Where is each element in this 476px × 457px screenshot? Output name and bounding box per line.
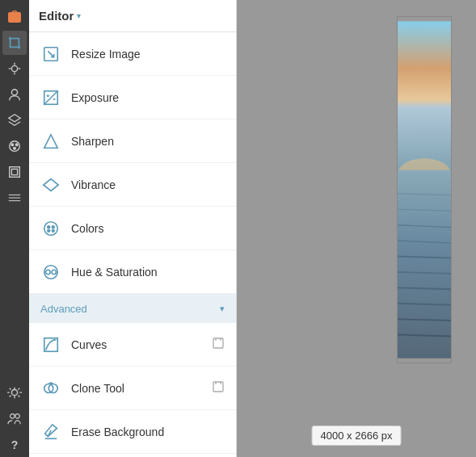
menu-item-hue-saturation[interactable]: Hue & Saturation (29, 250, 236, 294)
svg-point-18 (11, 414, 15, 418)
colors-icon (40, 218, 61, 239)
svg-point-33 (52, 229, 54, 232)
hue-icon (40, 262, 61, 283)
svg-point-36 (52, 270, 56, 275)
menu-item-vibrance[interactable]: Vibrance (29, 163, 236, 207)
svg-line-23 (44, 90, 58, 104)
palette-icon[interactable] (2, 134, 27, 158)
svg-line-21 (48, 51, 53, 57)
image-preview (397, 16, 452, 363)
magic-wand-icon[interactable] (2, 57, 27, 81)
curves-badge (212, 337, 225, 352)
menu-item-curves[interactable]: Curves (29, 323, 236, 367)
left-toolbar: ? (0, 0, 29, 457)
frame-icon[interactable] (2, 160, 27, 184)
vibrance-label: Vibrance (71, 178, 225, 191)
svg-marker-28 (44, 178, 58, 191)
logo-icon[interactable] (2, 5, 27, 29)
svg-rect-43 (213, 382, 223, 392)
svg-point-31 (52, 225, 54, 228)
clone-tool-badge (212, 380, 225, 396)
svg-point-5 (11, 65, 17, 71)
svg-point-6 (11, 90, 17, 95)
exposure-icon (40, 87, 61, 108)
exposure-label: Exposure (71, 91, 225, 104)
panel-header[interactable]: Editor ▾ (29, 0, 236, 32)
sharpen-label: Sharpen (71, 135, 225, 148)
curves-label: Curves (71, 338, 202, 351)
menu-item-erase-background[interactable]: Erase Background (29, 410, 236, 454)
menu-item-exposure[interactable]: Exposure (29, 76, 236, 119)
erase-background-icon (40, 421, 61, 442)
panel-title-arrow: ▾ (77, 11, 81, 20)
svg-point-19 (15, 414, 19, 418)
advanced-section-header[interactable]: Advanced ▾ (29, 294, 236, 323)
svg-rect-50 (398, 170, 451, 358)
texture-icon[interactable] (2, 186, 27, 210)
svg-point-29 (44, 221, 58, 235)
clone-tool-icon (40, 378, 61, 399)
svg-marker-27 (44, 134, 58, 148)
svg-rect-0 (8, 12, 21, 23)
svg-point-35 (46, 270, 51, 275)
curves-icon (40, 334, 61, 355)
svg-rect-48 (398, 21, 451, 178)
hue-saturation-label: Hue & Saturation (71, 266, 225, 279)
menu-list: Resize Image Exposure Shar (29, 32, 236, 457)
panel-title: Editor (39, 9, 74, 23)
svg-rect-12 (10, 167, 20, 178)
sharpen-icon (40, 131, 61, 152)
clone-tool-label: Clone Tool (71, 382, 202, 395)
crop-icon[interactable] (2, 31, 27, 55)
resize-label: Resize Image (71, 48, 225, 61)
help-icon[interactable]: ? (2, 433, 27, 457)
vibrance-icon (40, 174, 61, 195)
size-label: 4000 x 2666 px (321, 430, 393, 442)
people-icon[interactable] (2, 407, 27, 431)
menu-item-resize[interactable]: Resize Image (29, 32, 236, 76)
image-size-badge: 4000 x 2666 px (312, 426, 402, 446)
layers-icon[interactable] (2, 108, 27, 132)
svg-point-11 (14, 147, 16, 149)
erase-background-label: Erase Background (71, 426, 225, 438)
svg-marker-7 (9, 115, 20, 122)
portrait-icon[interactable] (2, 82, 27, 107)
svg-rect-13 (11, 169, 17, 174)
menu-item-colors[interactable]: Colors (29, 207, 236, 250)
resize-icon (40, 44, 61, 65)
menu-item-sharpen[interactable]: Sharpen (29, 119, 236, 163)
editor-panel: Editor ▾ Resize Image (29, 0, 237, 457)
colors-label: Colors (71, 222, 225, 235)
svg-point-30 (48, 225, 50, 228)
menu-item-clone-tool[interactable]: Clone Tool (29, 367, 236, 410)
canvas-area: 4000 x 2666 px (237, 0, 476, 457)
svg-point-9 (11, 144, 14, 146)
svg-rect-38 (213, 338, 223, 348)
advanced-section-label: Advanced (40, 303, 87, 315)
svg-point-32 (48, 229, 50, 232)
svg-point-10 (15, 144, 18, 146)
advanced-section-arrow: ▾ (220, 304, 225, 314)
light-icon[interactable] (2, 381, 27, 405)
svg-point-17 (11, 390, 17, 396)
